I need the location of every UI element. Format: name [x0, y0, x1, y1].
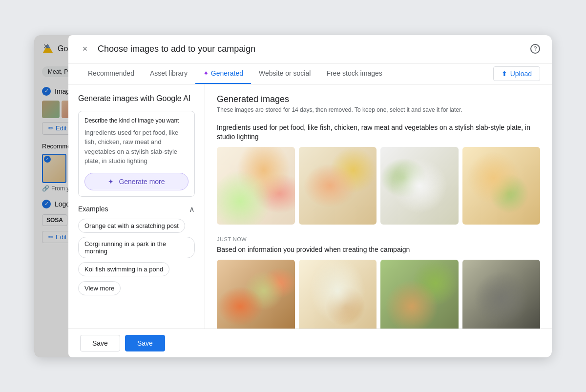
- save-outline-button[interactable]: Save: [80, 335, 120, 351]
- modal-header: × Choose images to add to your campaign …: [68, 35, 552, 63]
- example-chip-1[interactable]: Orange cat with a scratching post: [78, 219, 185, 233]
- prompt-box[interactable]: Describe the kind of image you want Ingr…: [78, 111, 195, 197]
- images-panel-subtitle: These images are stored for 14 days, the…: [217, 106, 540, 113]
- images-panel-title: Generated images: [217, 94, 540, 104]
- examples-section: Examples ∧ Orange cat with a scratching …: [78, 205, 195, 295]
- image-group-2-prompt: Based on information you provided when c…: [217, 245, 540, 255]
- tab-generated[interactable]: ✦ Generated: [195, 63, 251, 84]
- timestamp-1: Just Now: [217, 236, 540, 242]
- tab-recommended[interactable]: Recommended: [80, 63, 142, 84]
- prompt-label: Describe the kind of image you want: [84, 117, 188, 124]
- help-icon[interactable]: ?: [530, 44, 540, 54]
- example-chips: Orange cat with a scratching post Corgi …: [78, 219, 195, 280]
- food-image-2[interactable]: [299, 147, 377, 225]
- example-chip-2[interactable]: Corgi running in a park in the morning: [78, 237, 195, 258]
- image-grid-1: [217, 147, 540, 225]
- image-grid-2: [217, 260, 540, 329]
- image-group-1: Ingredients used for pet food, like fish…: [217, 123, 540, 225]
- food-image-4[interactable]: [462, 147, 541, 225]
- generate-more-sparkle-icon: ✦: [108, 178, 114, 186]
- tab-free-stock[interactable]: Free stock images: [318, 63, 390, 84]
- tab-website-social[interactable]: Website or social: [251, 63, 318, 84]
- modal-body: Generate images with Google AI Describe …: [68, 84, 552, 329]
- chevron-up-icon[interactable]: ∧: [189, 205, 195, 214]
- cat-image-1[interactable]: [217, 260, 295, 329]
- cat-image-2[interactable]: [299, 260, 377, 329]
- modal: × Choose images to add to your campaign …: [68, 35, 552, 357]
- modal-footer: Save Save: [68, 329, 552, 357]
- food-image-1[interactable]: [217, 147, 295, 225]
- examples-title: Examples: [78, 205, 108, 213]
- outer-wrapper: × Google Ads Meat, Protein, & Vita... ✓ …: [34, 35, 552, 357]
- generate-panel-title: Generate images with Google AI: [78, 94, 195, 103]
- example-chip-3[interactable]: Koi fish swimming in a pond: [78, 262, 169, 276]
- tab-asset-library[interactable]: Asset library: [142, 63, 195, 84]
- modal-close-icon[interactable]: ×: [80, 44, 90, 54]
- modal-overlay: × Choose images to add to your campaign …: [34, 35, 552, 357]
- images-panel: Generated images These images are stored…: [205, 84, 552, 329]
- generate-panel: Generate images with Google AI Describe …: [68, 84, 205, 329]
- view-more-button[interactable]: View more: [78, 281, 121, 295]
- image-group-1-prompt: Ingredients used for pet food, like fish…: [217, 123, 540, 142]
- tab-sparkle-icon: ✦: [203, 69, 211, 77]
- examples-header: Examples ∧: [78, 205, 195, 214]
- save-filled-button[interactable]: Save: [125, 335, 165, 351]
- modal-title: Choose images to add to your campaign: [98, 44, 530, 54]
- cat-image-3[interactable]: [380, 260, 459, 329]
- cat-image-4[interactable]: [462, 260, 541, 329]
- prompt-text: Ingredients used for pet food, like fish…: [84, 128, 188, 166]
- generate-more-button[interactable]: ✦ Generate more: [84, 173, 188, 190]
- image-group-2: Based on information you provided when c…: [217, 245, 540, 328]
- modal-tabs: Recommended Asset library ✦ Generated We…: [68, 63, 552, 84]
- food-image-3[interactable]: [380, 147, 459, 225]
- upload-icon: ⬆: [502, 70, 507, 78]
- upload-button[interactable]: ⬆ Upload: [493, 66, 540, 81]
